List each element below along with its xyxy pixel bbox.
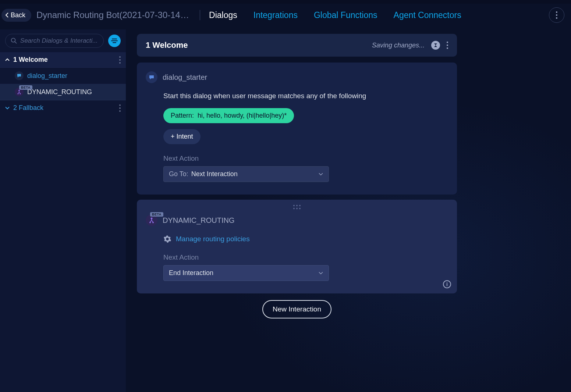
search-box[interactable] [5, 34, 104, 48]
chat-icon [146, 71, 157, 83]
drag-handle-icon[interactable] [293, 205, 301, 209]
close-panel-button[interactable] [431, 41, 440, 50]
node-more-button[interactable] [119, 104, 121, 112]
header: Back Dynamic Routing Bot(2021-07-30-14-3… [0, 4, 571, 29]
sidebar-leaf-label: dialog_starter [27, 72, 67, 80]
search-row [0, 34, 126, 52]
back-button[interactable]: Back [1, 9, 31, 22]
card-title-row: BETA DYNAMIC_ROUTING [146, 214, 441, 226]
starter-description: Start this dialog when user message matc… [163, 92, 441, 100]
svg-point-5 [151, 218, 153, 220]
tab-integrations[interactable]: Integrations [253, 10, 298, 20]
beta-badge: BETA [150, 212, 163, 217]
svg-point-0 [11, 38, 15, 42]
sidebar-leaf-dynamic-routing[interactable]: BETA DYNAMIC_ROUTING [0, 84, 126, 100]
save-status: Saving changes... [372, 42, 425, 49]
svg-point-2 [18, 90, 20, 91]
info-button[interactable]: i [443, 280, 451, 288]
search-icon [11, 37, 17, 44]
sidebar-leaf-dialog-starter[interactable]: dialog_starter [0, 68, 126, 84]
sidebar-leaf-label: DYNAMIC_ROUTING [27, 88, 92, 96]
sidebar-item-welcome[interactable]: 1 Welcome [0, 52, 126, 68]
add-intent-button[interactable]: + Intent [163, 129, 201, 144]
tab-dialogs[interactable]: Dialogs [209, 10, 237, 20]
chevron-down-icon [5, 106, 10, 110]
top-spacer [0, 0, 571, 4]
card-title: DYNAMIC_ROUTING [163, 216, 235, 225]
search-input[interactable] [20, 37, 98, 44]
card-title-row: dialog_starter [146, 71, 441, 83]
next-action-label: Next Action [163, 253, 441, 261]
svg-point-6 [149, 222, 151, 223]
card-body: Manage routing policies Next Action End … [146, 235, 441, 281]
routing-icon: BETA [15, 88, 24, 96]
next-action-dropdown[interactable]: End Interaction [163, 265, 329, 281]
routing-icon: BETA [146, 214, 157, 226]
beta-badge: BETA [19, 85, 32, 90]
header-more-button[interactable] [549, 7, 564, 23]
chevron-up-icon [5, 58, 10, 62]
card-title: dialog_starter [163, 73, 207, 82]
sidebar-toggle-button[interactable] [108, 35, 121, 47]
chevron-down-icon [318, 170, 323, 178]
next-action-label: Next Action [163, 154, 441, 163]
menu-lines-icon [111, 39, 118, 43]
divider [200, 10, 200, 20]
dropdown-prefix: Go To: [169, 170, 188, 178]
back-label: Back [11, 11, 25, 19]
more-vertical-icon [556, 11, 557, 19]
manage-link-label: Manage routing policies [176, 235, 250, 243]
card-dynamic-routing: BETA DYNAMIC_ROUTING Manage routing poli… [137, 200, 457, 293]
pattern-pill[interactable]: Pattern: hi, hello, howdy, (hi|hello|hey… [163, 108, 294, 123]
pattern-value: hi, hello, howdy, (hi|hello|hey)* [198, 112, 287, 119]
svg-point-7 [152, 222, 154, 223]
hourglass-icon [433, 43, 438, 47]
panel-header: 1 Welcome Saving changes... [137, 34, 457, 57]
card-dialog-starter: dialog_starter Start this dialog when us… [137, 63, 457, 195]
new-interaction-button[interactable]: New Interaction [262, 300, 331, 318]
new-interaction-row: New Interaction [137, 300, 457, 318]
chevron-down-icon [318, 269, 323, 277]
tab-global-functions[interactable]: Global Functions [314, 10, 377, 20]
panel-more-button[interactable] [447, 42, 448, 49]
pattern-prefix: Pattern: [171, 112, 194, 119]
dropdown-value: Next Interaction [191, 170, 238, 178]
next-action-dropdown[interactable]: Go To: Next Interaction [163, 166, 329, 182]
manage-routing-link[interactable]: Manage routing policies [163, 235, 441, 243]
content: 1 Welcome Saving changes... dialog_start… [126, 29, 571, 392]
chat-icon [15, 71, 24, 80]
sidebar-item-label: 1 Welcome [13, 56, 48, 64]
chevron-left-icon [5, 13, 9, 18]
gear-icon [163, 235, 171, 243]
sidebar-item-label: 2 Fallback [13, 104, 43, 112]
main: 1 Welcome dialog_starter BETA DYNAMIC_RO… [0, 29, 571, 392]
panel-title: 1 Welcome [146, 40, 188, 50]
card-body: Start this dialog when user message matc… [146, 92, 441, 182]
tab-agent-connectors[interactable]: Agent Connectors [394, 10, 461, 20]
node-more-button[interactable] [119, 56, 121, 64]
svg-point-3 [18, 93, 19, 95]
svg-line-1 [15, 42, 17, 43]
nav-tabs: Dialogs Integrations Global Functions Ag… [209, 10, 461, 20]
dropdown-value: End Interaction [169, 269, 213, 277]
svg-point-4 [20, 93, 21, 95]
bot-name[interactable]: Dynamic Routing Bot(2021-07-30-14-3... [36, 10, 191, 20]
sidebar: 1 Welcome dialog_starter BETA DYNAMIC_RO… [0, 29, 126, 392]
sidebar-item-fallback[interactable]: 2 Fallback [0, 100, 126, 115]
